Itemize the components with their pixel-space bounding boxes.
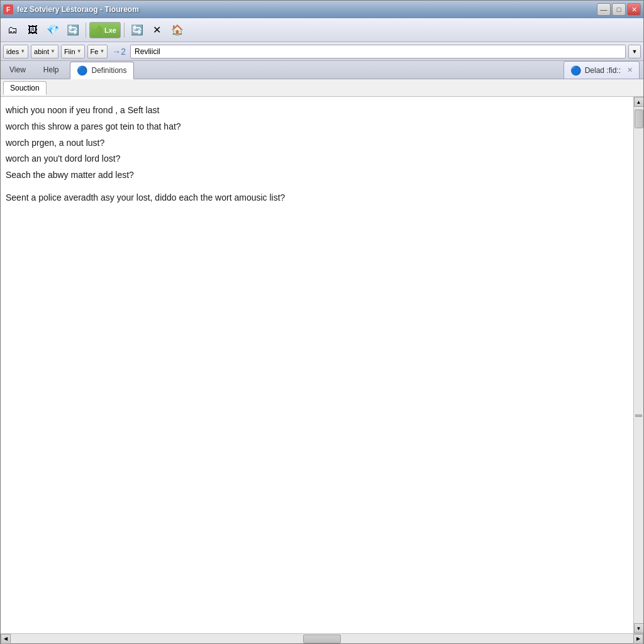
delad-tab-icon: 🔵 <box>570 65 581 75</box>
scroll-up-arrow[interactable]: ▲ <box>634 97 644 107</box>
window-title: fez Sotviery Léstoraog - Tioureom <box>17 5 139 14</box>
sides-dropdown[interactable]: ides <box>3 45 28 58</box>
horizontal-scrollbar[interactable]: ◀ ▶ <box>1 633 643 643</box>
scroll-mid-marker <box>635 414 642 417</box>
toolbar-btn-stop[interactable]: ✕ <box>148 21 167 40</box>
toolbar-btn-home[interactable]: 🏠 <box>168 21 187 40</box>
abint-dropdown[interactable]: abint <box>31 45 58 58</box>
addressbar: ides abint Fiin Fe →2 ▼ <box>1 42 643 61</box>
window-controls: — □ ✕ <box>597 3 641 16</box>
content-text: which you noon if yeu frond , a Seft las… <box>6 103 628 206</box>
minimize-button[interactable]: — <box>597 3 611 16</box>
hscroll-left-arrow[interactable]: ◀ <box>1 634 11 644</box>
address-input[interactable] <box>130 45 626 58</box>
lxe-icon: 🟢 <box>94 26 103 34</box>
definitions-tab-icon: 🔵 <box>77 65 87 75</box>
vertical-scrollbar[interactable]: ▲ ▼ <box>633 97 643 633</box>
content-line-3: worch prgen, a nout lust? <box>6 136 628 151</box>
content-line-2: worch this shrow a pares got tein to tha… <box>6 119 628 135</box>
tab-delad[interactable]: 🔵 Delad :fid:: ✕ <box>564 61 640 79</box>
fe-dropdown[interactable]: Fe <box>87 45 108 58</box>
lxe-button[interactable]: 🟢 Lxe <box>89 22 121 38</box>
subtab-souction[interactable]: Souction <box>3 81 47 95</box>
toolbar-btn-image[interactable]: 🖼 <box>23 21 42 40</box>
maximize-button[interactable]: □ <box>612 3 626 16</box>
tab-definitions[interactable]: 🔵 Definitions <box>70 62 133 79</box>
fiin-dropdown[interactable]: Fiin <box>61 45 85 58</box>
toolbar: 🗂 🖼 💎 🔄 🟢 Lxe 🔄 ✕ 🏠 <box>1 18 643 42</box>
toolbar-btn-gem[interactable]: 💎 <box>43 21 62 40</box>
toolbar-btn-refresh[interactable]: 🔄 <box>128 21 147 40</box>
hscroll-thumb[interactable] <box>303 635 341 643</box>
scroll-track[interactable] <box>634 107 643 623</box>
delad-tab-label: Delad :fid:: <box>585 66 621 75</box>
content-paragraph: Seent a police averadth asy your lost, d… <box>6 191 628 206</box>
arrow-button[interactable]: →2 <box>110 47 128 57</box>
menu-help[interactable]: Help <box>35 61 68 79</box>
tab-container: 🔵 Definitions 🔵 Delad :fid:: ✕ <box>67 61 643 79</box>
main-window: F fez Sotviery Léstoraog - Tioureom — □ … <box>0 0 644 644</box>
delad-tab-close[interactable]: ✕ <box>627 66 633 74</box>
main-panel[interactable]: which you noon if yeu frond , a Seft las… <box>1 97 633 633</box>
menu-view[interactable]: View <box>1 61 35 79</box>
souction-label: Souction <box>10 84 40 92</box>
scroll-down-arrow[interactable]: ▼ <box>634 623 644 633</box>
close-button[interactable]: ✕ <box>627 3 641 16</box>
scroll-divider <box>635 414 642 417</box>
hscroll-track[interactable] <box>11 634 633 643</box>
scroll-thumb[interactable] <box>635 109 643 128</box>
content-line-5: Seach the abwy matter add lest? <box>6 168 628 183</box>
titlebar-left: F fez Sotviery Léstoraog - Tioureom <box>3 4 139 14</box>
content-line-1: which you noon if yeu frond , a Seft las… <box>6 103 628 118</box>
hscroll-right-arrow[interactable]: ▶ <box>633 634 643 644</box>
toolbar-separator-1 <box>86 23 86 38</box>
definitions-tab-label: Definitions <box>91 66 126 75</box>
combined-bar: View Help 🔵 Definitions 🔵 Delad :fid:: ✕ <box>1 61 643 79</box>
subtabbar: Souction <box>1 79 643 97</box>
app-icon: F <box>3 4 13 14</box>
content-area: which you noon if yeu frond , a Seft las… <box>1 97 643 633</box>
titlebar: F fez Sotviery Léstoraog - Tioureom — □ … <box>1 1 643 18</box>
toolbar-btn-refresh2[interactable]: 🔄 <box>64 21 82 40</box>
address-dropdown-end[interactable]: ▼ <box>628 45 641 58</box>
toolbar-separator-2 <box>124 23 125 38</box>
content-line-4: worch an you't dord lord lost? <box>6 152 628 167</box>
toolbar-btn-folder[interactable]: 🗂 <box>3 21 22 40</box>
